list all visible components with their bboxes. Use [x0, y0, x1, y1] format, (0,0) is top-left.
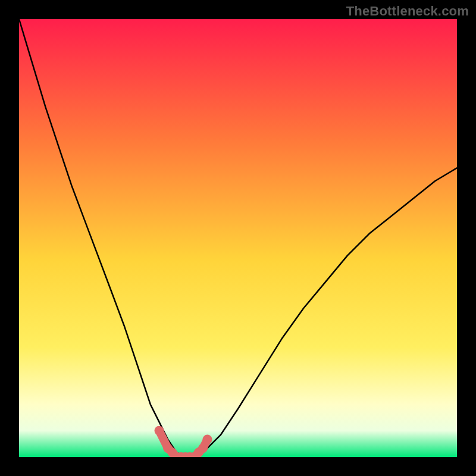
sweet-spot-dot: [198, 443, 208, 453]
sweet-spot-dot: [155, 426, 164, 436]
chart-frame: TheBottleneck.com: [0, 0, 476, 476]
sweet-spot-dot: [203, 435, 212, 444]
watermark-text: TheBottleneck.com: [346, 4, 469, 19]
plot-svg: [19, 19, 457, 457]
plot-area: [19, 19, 457, 457]
gradient-background: [19, 19, 457, 457]
